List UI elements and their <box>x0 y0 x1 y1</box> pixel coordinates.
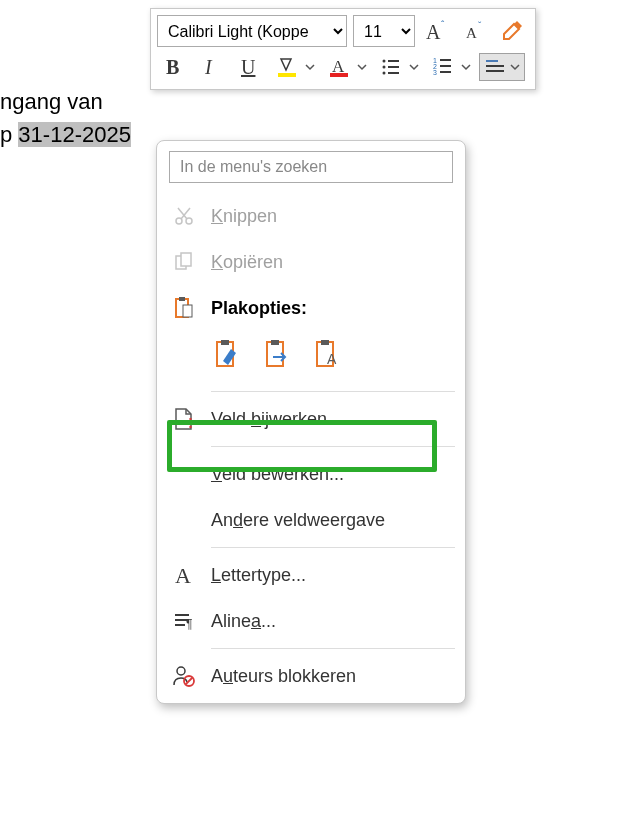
doc-line2-highlight-after: 025 <box>94 122 131 147</box>
menu-separator <box>211 547 455 548</box>
context-menu: In de menu's zoeken Knippen Kopiëren <box>156 140 466 704</box>
svg-text:I: I <box>204 56 213 78</box>
svg-text:ˆ: ˆ <box>441 20 445 31</box>
svg-rect-22 <box>486 60 498 62</box>
svg-rect-35 <box>271 340 279 345</box>
doc-line2-prefix: p <box>0 122 18 147</box>
svg-rect-33 <box>221 340 229 345</box>
font-name-select[interactable]: Calibri Light (Koppe <box>157 15 347 47</box>
person-blocked-icon <box>171 663 197 689</box>
svg-rect-11 <box>388 60 399 62</box>
svg-text:U: U <box>241 56 256 78</box>
decrease-font-button[interactable]: A ˇ <box>459 15 491 47</box>
menu-item-update-field[interactable]: ! Veld bijwerken <box>157 396 465 442</box>
svg-rect-17 <box>440 59 451 61</box>
menu-label: Lettertype... <box>211 565 306 586</box>
menu-item-cut: Knippen <box>157 193 465 239</box>
svg-point-12 <box>383 66 386 69</box>
menu-search-input[interactable]: In de menu's zoeken <box>169 151 453 183</box>
menu-label: Andere veldweergave <box>211 510 385 531</box>
paste-keep-formatting-button[interactable] <box>211 337 247 373</box>
menu-item-block-authors[interactable]: Auteurs blokkeren <box>157 653 465 699</box>
paste-options-row: A <box>157 331 465 387</box>
svg-text:A: A <box>327 351 337 367</box>
font-size-select[interactable]: 11 <box>353 15 415 47</box>
letter-a-icon: A <box>171 562 197 588</box>
menu-paste-options-header: Plakopties: <box>157 285 465 331</box>
menu-item-paragraph[interactable]: ¶ Alinea... <box>157 598 465 644</box>
bold-button[interactable]: B <box>157 51 189 83</box>
page-exclaim-icon: ! <box>171 406 197 432</box>
svg-text:ˇ: ˇ <box>478 21 482 32</box>
clipboard-icon <box>171 295 197 321</box>
menu-separator <box>211 391 455 392</box>
menu-label: Auteurs blokkeren <box>211 666 356 687</box>
highlight-color-button[interactable] <box>271 51 303 83</box>
svg-rect-15 <box>388 72 399 74</box>
svg-rect-43 <box>175 624 185 626</box>
menu-item-font[interactable]: A Lettertype... <box>157 552 465 598</box>
mini-toolbar: Calibri Light (Koppe 11 A ˆ A ˇ B <box>150 8 536 90</box>
scissors-icon <box>171 203 197 229</box>
svg-rect-31 <box>183 305 192 317</box>
increase-font-button[interactable]: A ˆ <box>421 15 453 47</box>
menu-separator <box>211 446 455 447</box>
doc-line1: ngang van <box>0 89 103 114</box>
doc-line2-highlight-before: 31-12-2 <box>18 122 94 147</box>
bullets-dropdown[interactable] <box>407 62 421 72</box>
format-painter-button[interactable] <box>497 15 529 47</box>
menu-separator <box>211 648 455 649</box>
svg-text:A: A <box>466 25 477 41</box>
menu-item-copy: Kopiëren <box>157 239 465 285</box>
svg-text:A: A <box>426 21 441 43</box>
blank-icon <box>171 507 197 533</box>
menu-label: Knippen <box>211 206 277 227</box>
svg-rect-28 <box>181 253 191 266</box>
svg-rect-21 <box>440 71 451 73</box>
font-color-button[interactable]: A <box>323 51 355 83</box>
paste-text-only-button[interactable]: A <box>311 337 347 373</box>
underline-button[interactable]: U <box>233 51 265 83</box>
svg-rect-19 <box>440 65 451 67</box>
font-color-dropdown[interactable] <box>355 62 369 72</box>
styles-button[interactable] <box>479 53 525 81</box>
svg-point-14 <box>383 72 386 75</box>
svg-text:¶: ¶ <box>186 617 192 631</box>
bullets-button[interactable] <box>375 51 407 83</box>
svg-rect-41 <box>175 614 189 616</box>
menu-label: Veld bewerken... <box>211 464 344 485</box>
svg-text:3: 3 <box>433 69 437 76</box>
svg-rect-9 <box>330 73 348 77</box>
svg-point-10 <box>383 60 386 63</box>
svg-rect-23 <box>486 65 504 67</box>
blank-icon <box>171 461 197 487</box>
document-text: ngang van p 31-12-2025 <box>0 85 131 151</box>
svg-rect-7 <box>278 73 296 77</box>
svg-text:!: ! <box>188 414 193 431</box>
menu-label: Veld bijwerken <box>211 409 327 430</box>
menu-label: Plakopties: <box>211 298 307 319</box>
numbering-dropdown[interactable] <box>459 62 473 72</box>
menu-label: Kopiëren <box>211 252 283 273</box>
highlight-color-dropdown[interactable] <box>303 62 317 72</box>
menu-label: Alinea... <box>211 611 276 632</box>
svg-text:A: A <box>175 563 191 587</box>
paragraph-icon: ¶ <box>171 608 197 634</box>
chevron-down-icon <box>510 62 520 72</box>
svg-rect-30 <box>179 297 185 301</box>
menu-item-toggle-field-codes[interactable]: Andere veldweergave <box>157 497 465 543</box>
paste-merge-formatting-button[interactable] <box>261 337 297 373</box>
svg-rect-37 <box>321 340 329 345</box>
italic-button[interactable]: I <box>195 51 227 83</box>
svg-point-45 <box>177 667 185 675</box>
svg-rect-24 <box>486 70 504 72</box>
svg-text:B: B <box>166 56 179 78</box>
numbering-button[interactable]: 1 2 3 <box>427 51 459 83</box>
menu-item-edit-field[interactable]: Veld bewerken... <box>157 451 465 497</box>
svg-rect-13 <box>388 66 399 68</box>
copy-icon <box>171 249 197 275</box>
